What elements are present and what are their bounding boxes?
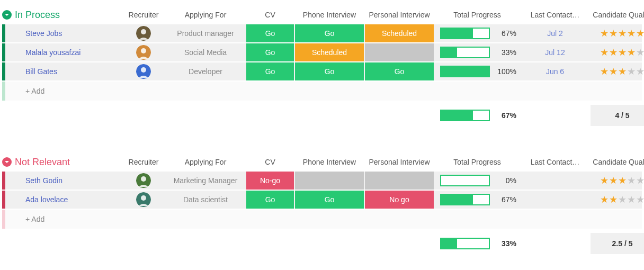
progress-cell[interactable]: 33% (435, 47, 520, 58)
add-button[interactable]: + Add (18, 87, 644, 95)
applying-for[interactable]: Product manager (166, 29, 245, 38)
quality-stars[interactable]: ★★★★★ (591, 66, 644, 77)
table-row[interactable]: Bill Gates Developer Go Go Go 100% Jun 6… (2, 62, 642, 82)
status-phone[interactable]: Go (295, 191, 364, 209)
quality-stars[interactable]: ★★★★★ (591, 175, 644, 186)
last-contact-date[interactable]: Jul 12 (521, 48, 589, 57)
quality-stars[interactable]: ★★★★★ (591, 28, 644, 39)
row-handle[interactable] (2, 24, 5, 42)
table-row[interactable]: Steve Jobs Product manager Go Go Schedul… (2, 24, 642, 43)
status-cv[interactable]: Go (246, 43, 294, 61)
col-head-quality[interactable]: Candidate Quality (591, 158, 644, 166)
row-handle (2, 82, 5, 101)
col-head-lastcontact[interactable]: Last Contact… (521, 158, 589, 166)
progress-bar (440, 175, 490, 186)
progress-cell[interactable]: 100% (435, 66, 520, 77)
add-button[interactable]: + Add (18, 215, 644, 223)
group: In Process Recruiter Applying For CV Pho… (2, 5, 642, 126)
applying-for[interactable]: Developer (166, 67, 245, 76)
group-title: In Process (15, 10, 60, 21)
avatar (136, 45, 151, 60)
quality-stars[interactable]: ★★★★★ (591, 194, 644, 205)
star-icon: ★ (618, 28, 627, 39)
progress-cell[interactable]: 67% (435, 28, 520, 39)
candidate-name[interactable]: Ada lovelace (18, 195, 121, 204)
col-head-progress[interactable]: Total Progress (435, 158, 520, 166)
col-head-applying[interactable]: Applying For (166, 11, 245, 19)
star-icon: ★ (627, 47, 636, 58)
col-head-recruiter[interactable]: Recruiter (122, 158, 165, 166)
candidate-name[interactable]: Bill Gates (18, 67, 121, 76)
row-handle[interactable] (2, 62, 5, 80)
group-summary-row: 67% 4 / 5 (2, 105, 642, 126)
collapse-button[interactable] (2, 10, 12, 20)
group-header-row: In Process Recruiter Applying For CV Pho… (2, 5, 642, 24)
col-head-quality[interactable]: Candidate Quality (591, 11, 644, 19)
table-row[interactable]: Ada lovelace Data scientist Go Go No go … (2, 191, 642, 210)
row-handle[interactable] (2, 43, 5, 61)
status-phone[interactable] (295, 172, 364, 190)
add-row[interactable]: + Add (2, 82, 642, 101)
svg-point-1 (141, 29, 146, 34)
progress-bar (440, 110, 490, 121)
summary-progress: 33% (435, 238, 520, 249)
last-contact-date[interactable]: Jun 6 (521, 67, 589, 76)
star-icon: ★ (618, 47, 627, 58)
col-head-phone[interactable]: Phone Interview (295, 158, 364, 166)
collapse-button[interactable] (2, 157, 12, 167)
col-head-applying[interactable]: Applying For (166, 158, 245, 166)
recruiter-avatar-cell[interactable] (122, 45, 165, 60)
star-icon: ★ (600, 66, 609, 77)
progress-cell[interactable]: 0% (435, 175, 520, 186)
status-personal[interactable]: No go (365, 191, 434, 209)
last-contact-date[interactable]: Jul 2 (521, 29, 589, 38)
group-title: Not Relevant (15, 157, 70, 168)
progress-value: 0% (494, 176, 516, 185)
add-row[interactable]: + Add (2, 210, 642, 229)
avatar (136, 173, 151, 188)
star-icon: ★ (600, 175, 609, 186)
candidate-name[interactable]: Malala yousafzai (18, 48, 121, 57)
status-cv[interactable]: No-go (246, 172, 294, 190)
row-handle (2, 210, 5, 229)
recruiter-avatar-cell[interactable] (122, 26, 165, 41)
table-row[interactable]: Seth Godin Marketing Manager No-go 0% ★★… (2, 172, 642, 191)
col-head-recruiter[interactable]: Recruiter (122, 11, 165, 19)
candidate-name[interactable]: Steve Jobs (18, 29, 121, 38)
status-phone[interactable]: Go (295, 24, 364, 42)
status-personal[interactable]: Scheduled (365, 24, 434, 42)
progress-cell[interactable]: 67% (435, 194, 520, 205)
star-icon: ★ (609, 28, 618, 39)
col-head-lastcontact[interactable]: Last Contact… (521, 11, 589, 19)
col-head-personal[interactable]: Personal Interview (365, 11, 434, 19)
recruiter-avatar-cell[interactable] (122, 173, 165, 188)
star-icon: ★ (636, 28, 645, 39)
recruiter-avatar-cell[interactable] (122, 192, 165, 207)
applying-for[interactable]: Social Media (166, 48, 245, 57)
status-cv[interactable]: Go (246, 62, 294, 80)
row-handle[interactable] (2, 191, 5, 209)
applying-for[interactable]: Data scientist (166, 195, 245, 204)
col-head-phone[interactable]: Phone Interview (295, 11, 364, 19)
status-personal[interactable] (365, 172, 434, 190)
status-phone[interactable]: Go (295, 62, 364, 80)
status-personal[interactable]: Go (365, 62, 434, 80)
col-head-personal[interactable]: Personal Interview (365, 158, 434, 166)
group: Not Relevant Recruiter Applying For CV P… (2, 152, 642, 254)
star-icon: ★ (618, 66, 627, 77)
status-personal[interactable] (365, 43, 434, 61)
status-phone[interactable]: Scheduled (295, 43, 364, 61)
status-cv[interactable]: Go (246, 24, 294, 42)
col-head-cv[interactable]: CV (246, 158, 294, 166)
table-row[interactable]: Malala yousafzai Social Media Go Schedul… (2, 43, 642, 62)
col-head-cv[interactable]: CV (246, 11, 294, 19)
star-icon: ★ (609, 175, 618, 186)
recruiter-avatar-cell[interactable] (122, 64, 165, 79)
candidate-name[interactable]: Seth Godin (18, 176, 121, 185)
row-handle[interactable] (2, 172, 5, 190)
applying-for[interactable]: Marketing Manager (166, 176, 245, 185)
chevron-down-icon (4, 12, 10, 17)
quality-stars[interactable]: ★★★★★ (591, 47, 644, 58)
status-cv[interactable]: Go (246, 191, 294, 209)
col-head-progress[interactable]: Total Progress (435, 11, 520, 19)
